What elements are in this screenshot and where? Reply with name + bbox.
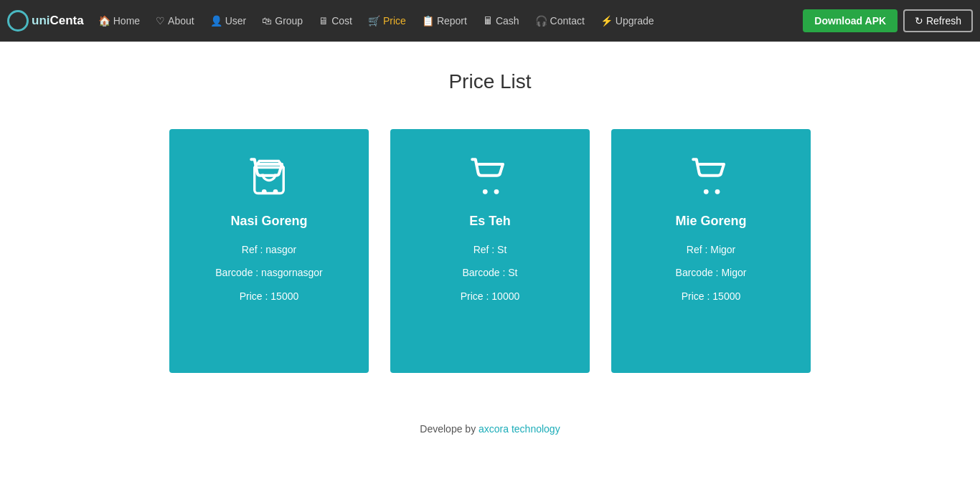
card-3-price: Price : 15000	[682, 288, 741, 304]
price-card-3: Mie Goreng Ref : Migor Barcode : Migor P…	[611, 129, 811, 373]
page-title: Price List	[448, 70, 531, 93]
home-icon: 🏠	[98, 15, 110, 27]
svg-point-4	[704, 189, 709, 194]
nav-item-about[interactable]: ♡ About	[149, 11, 202, 31]
price-card-1: Nasi Goreng Ref : nasgor Barcode : nasgo…	[169, 129, 369, 373]
nav-item-user[interactable]: 👤 User	[203, 11, 254, 31]
report-icon: 📋	[422, 15, 434, 27]
nav-right-buttons: Download APK ↻ Refresh	[803, 9, 973, 32]
nav-item-report[interactable]: 📋 Report	[415, 11, 474, 31]
nav-item-group[interactable]: 🛍 Group	[255, 11, 310, 31]
svg-point-5	[715, 189, 720, 194]
nav-item-cost[interactable]: 🖥 Cost	[311, 11, 359, 31]
logo-circle	[7, 10, 29, 32]
upgrade-icon: ⚡	[600, 15, 613, 27]
logo-text: uniCenta	[32, 14, 84, 28]
nav-item-contact[interactable]: 🎧 Contact	[528, 11, 592, 31]
card-3-ref: Ref : Migor	[687, 242, 735, 257]
card-3-name: Mie Goreng	[675, 214, 746, 229]
nav-item-price[interactable]: 🛒 Price	[361, 11, 413, 31]
card-1-ref: Ref : nasgor	[242, 242, 296, 257]
nav-menu: 🏠 Home ♡ About 👤 User 🛍 Group 🖥 Cost 🛒 P…	[91, 11, 804, 31]
nav-item-cash[interactable]: 🖩 Cash	[476, 11, 527, 31]
main-content: Price List Nasi Goreng Ref : nasgor Barc…	[0, 42, 980, 402]
price-card-2: Es Teh Ref : St Barcode : St Price : 100…	[390, 129, 590, 373]
svg-point-3	[494, 189, 499, 194]
card-2-ref: Ref : St	[473, 242, 507, 257]
cash-icon: 🖩	[483, 15, 493, 27]
contact-icon: 🎧	[535, 15, 547, 27]
card-2-name: Es Teh	[469, 214, 511, 229]
svg-point-0	[262, 189, 267, 194]
logo[interactable]: uniCenta	[7, 10, 84, 32]
footer-link[interactable]: axcora technology	[479, 423, 560, 435]
user-icon: 👤	[210, 15, 222, 27]
heart-icon: ♡	[156, 15, 165, 27]
nav-item-upgrade[interactable]: ⚡ Upgrade	[593, 11, 661, 31]
download-apk-button[interactable]: Download APK	[803, 9, 897, 32]
svg-point-2	[483, 189, 488, 194]
card-3-barcode: Barcode : Migor	[676, 265, 747, 280]
refresh-button[interactable]: ↻ Refresh	[903, 9, 973, 32]
cost-icon: 🖥	[319, 15, 329, 27]
group-icon: 🛍	[262, 15, 272, 27]
card-1-name: Nasi Goreng	[230, 214, 307, 229]
logo-centa: Centa	[50, 14, 84, 27]
card-1-barcode: Barcode : nasgornasgor	[215, 265, 322, 280]
svg-point-1	[273, 189, 278, 194]
card-1-price: Price : 15000	[240, 288, 299, 304]
navbar: uniCenta 🏠 Home ♡ About 👤 User 🛍 Group 🖥…	[0, 0, 980, 42]
price-cards-row: Nasi Goreng Ref : nasgor Barcode : nasgo…	[169, 129, 811, 373]
cart-icon-3	[692, 158, 730, 202]
card-2-barcode: Barcode : St	[462, 265, 517, 280]
cart-icon-2	[471, 158, 509, 202]
footer-text: Develope by	[420, 423, 479, 435]
card-2-price: Price : 10000	[461, 288, 520, 304]
logo-uni: uni	[32, 14, 50, 27]
price-icon: 🛒	[368, 15, 380, 27]
nav-item-home[interactable]: 🏠 Home	[91, 11, 147, 31]
footer: Develope by axcora technology	[0, 402, 980, 449]
cart-icon-1	[250, 158, 288, 202]
